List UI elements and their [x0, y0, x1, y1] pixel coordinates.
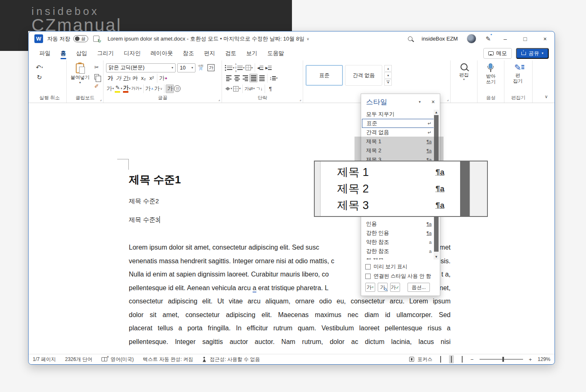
decrease-indent-button[interactable]: ◂	[256, 63, 265, 72]
doc-heading-3[interactable]: 제목 수준3	[129, 216, 160, 224]
account-name[interactable]: insideBox EZM	[422, 36, 458, 42]
document-canvas[interactable]: 제목 수준1 제목 수준2 제목 수준3 Lorem ipsum dolor s…	[29, 103, 555, 355]
coaching-pen-icon[interactable]: ✎	[485, 35, 491, 43]
text-autocomplete-status[interactable]: 텍스트 자동 완성: 켜짐	[143, 356, 193, 363]
paste-button[interactable]: 붙여넣기 ▾	[69, 63, 91, 91]
editor-button[interactable]: ✎ 편 집기	[507, 63, 528, 84]
zoom-out-button[interactable]: −	[470, 356, 474, 363]
close-button[interactable]: ×	[540, 36, 550, 42]
autosave-toggle[interactable]: 끔	[73, 35, 88, 42]
font-name-select[interactable]: 맑은 고딕(본문)▾	[106, 63, 176, 72]
tab-help[interactable]: 도움말	[263, 47, 289, 60]
shading-button[interactable]: ▾	[224, 84, 233, 93]
tab-mailings[interactable]: 편지	[199, 47, 220, 60]
redo-button[interactable]: ↻	[35, 73, 43, 82]
gallery-scroll-up[interactable]: ▲	[384, 65, 392, 72]
save-icon[interactable]: ↻	[93, 36, 99, 42]
proofing-status[interactable]: 영어(미국)	[101, 356, 134, 363]
character-shading-button[interactable]: 가	[166, 84, 174, 93]
style-item-normal[interactable]: 표준↵	[362, 119, 439, 128]
bullet-list-button[interactable]: ▾	[224, 63, 235, 72]
new-style-button[interactable]: 가+	[365, 283, 375, 292]
tab-view[interactable]: 보기	[241, 47, 263, 60]
options-button[interactable]: 옵션...	[408, 283, 430, 292]
show-paragraph-marks-button[interactable]: ¶	[266, 84, 275, 93]
manage-styles-button[interactable]: 가✓	[390, 283, 400, 292]
page-indicator[interactable]: 1/7 페이지	[33, 356, 56, 363]
multilevel-list-button[interactable]: ▾	[245, 63, 253, 72]
document-title[interactable]: Lorem ipsum dolor sit amet.docx - 호환성 모드…	[108, 35, 305, 43]
editing-button[interactable]: 편집 ▾	[453, 63, 475, 82]
doc-heading-2[interactable]: 제목 수준2	[129, 197, 159, 205]
autosave-control[interactable]: 자동 저장 끔	[47, 35, 88, 43]
paragraph-dialog-launcher[interactable]: ⌟	[299, 97, 301, 101]
word-app-icon[interactable]: W	[34, 34, 43, 43]
account-avatar[interactable]	[467, 34, 476, 43]
align-right-button[interactable]	[241, 74, 249, 82]
character-border-button[interactable]: 가	[207, 64, 215, 71]
dictate-button[interactable]: 받아 쓰기	[480, 63, 502, 85]
style-card-no-spacing[interactable]: 간격 없음	[345, 65, 382, 86]
clipboard-dialog-launcher[interactable]: ⌟	[100, 97, 101, 101]
style-inspector-button[interactable]: 가	[378, 283, 388, 292]
tab-review[interactable]: 검토	[220, 47, 241, 60]
doc-heading-1[interactable]: 제목 수준1	[129, 173, 181, 187]
styles-pane-close-icon[interactable]: ×	[432, 99, 435, 105]
tab-file[interactable]: 파일	[34, 47, 55, 60]
tab-layout[interactable]: 레이아웃	[146, 47, 178, 60]
text-effects-button[interactable]: 가▾	[106, 84, 114, 93]
tab-insert[interactable]: 삽입	[71, 47, 92, 60]
show-preview-option[interactable]: 미리 보기 표시	[365, 262, 436, 272]
align-center-button[interactable]	[233, 74, 241, 82]
style-item-clear-all[interactable]: 모두 지우기	[361, 110, 440, 119]
focus-mode-button[interactable]: 포커스	[409, 356, 432, 363]
copy-button[interactable]	[92, 72, 101, 81]
distribute-button[interactable]	[258, 74, 266, 82]
bold-button[interactable]: 가	[106, 74, 114, 82]
maximize-button[interactable]: □	[520, 36, 531, 42]
numbered-list-button[interactable]: 123▾	[235, 63, 245, 72]
align-left-button[interactable]	[224, 74, 233, 82]
scrollbar-up-icon[interactable]: ▲	[434, 111, 439, 114]
tab-home[interactable]: 홈	[55, 47, 71, 60]
style-card-normal[interactable]: 표준	[306, 65, 343, 86]
style-item-subtle-reference[interactable]: 약한 참조a	[361, 238, 440, 247]
read-mode-button[interactable]	[438, 355, 443, 363]
style-item-book-title[interactable]: 책 제목a	[361, 256, 440, 260]
comments-button[interactable]: 메모	[483, 48, 512, 59]
style-item-intense-reference[interactable]: 강한 참조a	[361, 247, 440, 256]
style-item-no-spacing[interactable]: 간격 없음↵	[361, 128, 440, 137]
collapse-ribbon-icon[interactable]: ∨	[545, 94, 548, 99]
highlight-color-button[interactable]: ✎▾	[114, 84, 123, 93]
search-icon[interactable]	[408, 36, 412, 41]
cut-button[interactable]: ✂	[92, 63, 101, 72]
format-painter-button[interactable]: ✐	[92, 82, 101, 91]
zoom-level[interactable]: 129%	[538, 356, 550, 362]
line-spacing-button[interactable]: ↕▾	[269, 74, 278, 82]
disable-linked-styles-checkbox[interactable]	[365, 274, 371, 279]
tab-draw[interactable]: 그리기	[92, 47, 119, 60]
gallery-scroll-down[interactable]: ▼	[384, 72, 392, 79]
styles-pane-menu-icon[interactable]: ▾	[419, 100, 421, 104]
tab-design[interactable]: 디자인	[119, 47, 146, 60]
style-item-quote[interactable]: 인용¶a	[361, 219, 440, 228]
superscript-button[interactable]: x²	[147, 74, 156, 82]
share-button[interactable]: 공유 ▾	[516, 48, 549, 59]
web-layout-button[interactable]	[460, 355, 465, 363]
grow-font-button[interactable]: 가∧	[145, 84, 154, 93]
undo-button[interactable]: ↶▾	[35, 63, 43, 72]
accessibility-status[interactable]: 접근성: 사용할 수 없음	[202, 356, 260, 363]
word-count[interactable]: 2326개 단어	[65, 356, 92, 363]
disable-linked-styles-option[interactable]: 연결된 스타일 사용 안 함	[365, 272, 436, 281]
gallery-more-button[interactable]: ▼	[384, 79, 392, 86]
sort-button[interactable]: ㄱ↓	[255, 84, 263, 93]
italic-button[interactable]: 가	[114, 74, 123, 82]
subscript-button[interactable]: x₂	[139, 74, 147, 82]
scrollbar-down-icon[interactable]: ▼	[434, 255, 439, 259]
phonetic-guide-icon[interactable]: 내천川	[198, 65, 203, 71]
tab-references[interactable]: 참조	[178, 47, 199, 60]
zoom-in-button[interactable]: +	[529, 356, 532, 363]
font-dialog-launcher[interactable]: ⌟	[218, 97, 220, 101]
increase-indent-button[interactable]: ▸	[265, 63, 273, 72]
title-caret-icon[interactable]: ∨	[306, 37, 309, 41]
